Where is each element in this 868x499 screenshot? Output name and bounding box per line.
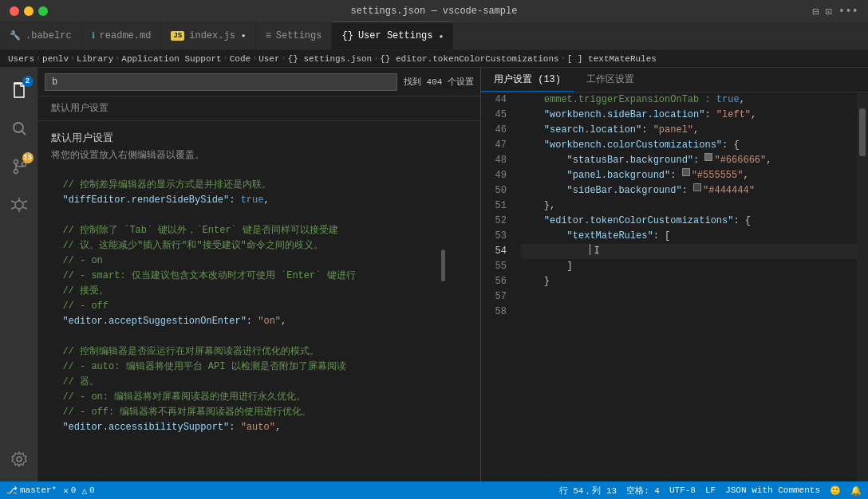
editor-line-51: },	[521, 198, 857, 214]
tab-user-settings-panel[interactable]: 用户设置 (13)	[481, 68, 574, 92]
status-errors[interactable]: ✕ 0 △ 0	[63, 485, 94, 496]
status-right: 行 54，列 13 空格: 4 UTF-8 LF JSON with Comme…	[559, 485, 862, 497]
more-actions-icon[interactable]: •••	[838, 5, 858, 18]
tab-index-js[interactable]: JS index.js ●	[161, 22, 255, 49]
status-warnings-count: 0	[89, 485, 95, 495]
minimap-thumb[interactable]	[859, 108, 866, 156]
maximize-button[interactable]	[38, 6, 48, 16]
activity-git[interactable]: 13	[0, 147, 38, 186]
window-title: settings.json — vscode-sample	[351, 6, 518, 17]
color-swatch-666	[704, 153, 712, 161]
status-emoji[interactable]: 🙂	[830, 485, 841, 496]
editor-line-50: "sideBar.background": "#444444"	[521, 183, 857, 198]
title-actions: ⊟ ⊡ •••	[812, 5, 858, 18]
tab-workspace-settings[interactable]: 工作区设置	[574, 68, 647, 92]
tab-user-settings-label: User Settings	[358, 30, 433, 41]
status-branch[interactable]: ⎇ master*	[6, 485, 57, 497]
left-panel-scrollbar[interactable]	[441, 250, 445, 281]
status-line-col[interactable]: 行 54，列 13	[559, 485, 617, 497]
svg-line-9	[11, 207, 15, 209]
line-num-47: 47	[481, 138, 507, 153]
status-line-ending-label: LF	[705, 485, 716, 495]
activity-search[interactable]	[0, 109, 38, 147]
svg-point-3	[14, 160, 18, 164]
tab-babelrc[interactable]: 🔧 .babelrc	[0, 22, 82, 49]
editor-line-54: I	[521, 244, 857, 259]
line-num-49: 49	[481, 168, 507, 183]
code-line-8: // 接受。	[51, 284, 468, 299]
color-swatch-444	[693, 183, 701, 191]
line-num-44: 44	[481, 92, 507, 108]
editor-line-47: "workbench.colorCustomizations": {	[521, 138, 857, 153]
code-line-6: // - on	[51, 253, 468, 269]
status-encoding[interactable]: UTF-8	[669, 485, 696, 495]
tab-user-dirty-dot: ●	[440, 33, 444, 40]
activity-settings[interactable]	[0, 440, 38, 478]
code-editor-user[interactable]: emmet.triggerExpansionOnTab : true, "wor…	[515, 92, 857, 481]
activity-files[interactable]: 2	[0, 71, 38, 109]
layout-icon[interactable]: ⊡	[825, 5, 831, 18]
status-encoding-label: UTF-8	[669, 485, 696, 495]
tab-default-settings[interactable]: 默认用户设置	[38, 96, 121, 120]
tab-settings-label: Settings	[276, 30, 322, 41]
gear-icon	[11, 451, 27, 467]
breadcrumb-appsupport[interactable]: Application Support	[121, 54, 221, 64]
breadcrumb-token-color[interactable]: {} editor.tokenColorCustomizations	[380, 54, 558, 64]
activity-bar: 2 13	[0, 68, 38, 481]
status-spaces[interactable]: 空格: 4	[626, 485, 660, 497]
editor-line-53: "textMateRules": [	[521, 229, 857, 244]
close-button[interactable]	[10, 6, 19, 16]
emoji-icon: 🙂	[830, 485, 841, 496]
editor-line-44: emmet.triggerExpansionOnTab : true,	[521, 92, 857, 108]
tab-babelrc-label: .babelrc	[26, 30, 72, 41]
window-controls[interactable]	[10, 6, 48, 16]
code-line-2: "diffEditor.renderSideBySide": true,	[51, 193, 468, 208]
code-line-13: // - auto: 编辑器将使用平台 API 以检测是否附加了屏幕阅读	[51, 360, 468, 375]
tab-readme-label: readme.md	[100, 30, 152, 41]
line-num-51: 51	[481, 198, 507, 214]
user-settings-icon: {}	[341, 30, 353, 41]
code-line-5: // 议。这能减少"插入新行"和"接受建议"命令之间的歧义。	[51, 238, 468, 253]
settings-icon: ≡	[266, 30, 271, 41]
svg-line-2	[22, 132, 26, 136]
editor-line-45: "workbench.sideBar.location": "left",	[521, 108, 857, 123]
status-line-ending[interactable]: LF	[705, 485, 716, 495]
editor-area: 44 45 46 47 48 49 50 51 52 53 54 55 56 5…	[481, 92, 868, 481]
activity-debug[interactable]	[0, 186, 38, 224]
js-badge: JS	[171, 31, 184, 41]
status-spaces-label: 空格: 4	[626, 485, 660, 497]
status-language[interactable]: JSON with Comments	[725, 485, 820, 495]
editor-line-58	[521, 305, 857, 320]
code-line-4: // 控制除了 `Tab` 键以外，`Enter` 键是否同样可以接受建	[51, 223, 468, 238]
breadcrumb-penlv[interactable]: penlv	[42, 54, 69, 64]
right-panel-tabs: 用户设置 (13) 工作区设置	[481, 68, 868, 92]
status-left: ⎇ master* ✕ 0 △ 0	[6, 485, 95, 497]
code-line-14: // 器。	[51, 375, 468, 390]
default-settings-title: 默认用户设置	[51, 131, 468, 145]
tab-bar: 🔧 .babelrc ℹ readme.md JS index.js ● ≡ S…	[0, 22, 868, 50]
svg-line-8	[11, 201, 15, 202]
svg-line-10	[23, 201, 27, 202]
tab-readme[interactable]: ℹ readme.md	[82, 22, 162, 49]
breadcrumb-library[interactable]: Library	[77, 54, 113, 64]
editor-line-49: "panel.background": "#555555",	[521, 168, 857, 183]
warning-icon: △	[81, 485, 87, 496]
cursor	[590, 244, 590, 255]
tab-settings[interactable]: ≡ Settings	[256, 22, 333, 49]
status-line-col-label: 行 54，列 13	[559, 485, 617, 497]
status-notifications[interactable]: 🔔	[850, 485, 862, 496]
breadcrumb-settings-json[interactable]: {} settings.json	[288, 54, 373, 64]
readme-icon: ℹ	[92, 30, 95, 41]
search-input[interactable]	[45, 73, 397, 91]
status-language-label: JSON with Comments	[725, 485, 820, 495]
tab-user-settings[interactable]: {} User Settings ●	[332, 22, 453, 49]
line-num-53: 53	[481, 229, 507, 244]
breadcrumb-user[interactable]: User	[258, 54, 279, 64]
line-numbers: 44 45 46 47 48 49 50 51 52 53 54 55 56 5…	[481, 92, 515, 481]
breadcrumb-users[interactable]: Users	[8, 54, 34, 64]
breadcrumb-code[interactable]: Code	[230, 54, 251, 64]
breadcrumb-textmate[interactable]: [ ] textMateRules	[567, 54, 657, 64]
minimize-button[interactable]	[24, 6, 34, 16]
line-num-58: 58	[481, 305, 507, 320]
split-editor-icon[interactable]: ⊟	[812, 5, 819, 18]
